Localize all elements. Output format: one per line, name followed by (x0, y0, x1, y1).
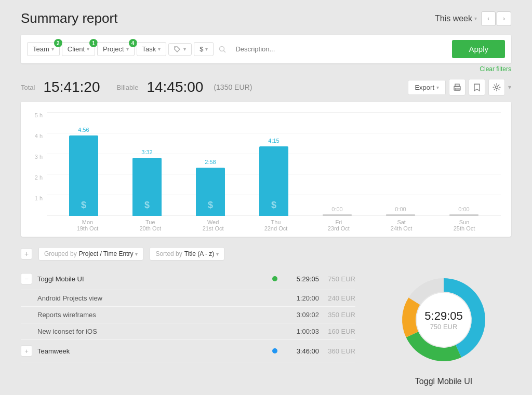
bar-group: 3:32$ (132, 149, 162, 216)
bar-inner-label: $ (81, 200, 86, 211)
table-controls: + Grouped by Project / Time Entry ▾ Sort… (21, 247, 355, 261)
task-filter[interactable]: Task ▾ (137, 42, 167, 56)
bar-label-top: 2:58 (205, 159, 216, 165)
currency-filter[interactable]: $ ▾ (194, 42, 214, 56)
svg-point-0 (175, 47, 176, 48)
chevron-down-icon: ▾ (474, 16, 477, 21)
billable-eur: (1350 EUR) (214, 83, 252, 91)
page-title: Summary report (21, 10, 117, 26)
bar-label-top: 3:32 (141, 149, 152, 155)
nav-arrows: ‹ › (481, 11, 511, 26)
bookmark-button[interactable] (469, 79, 485, 96)
chart-bars-area: 4:56$3:32$2:58$4:15$0:000:000:00 (47, 112, 501, 216)
client-badge: 1 (89, 39, 98, 47)
bar-zero (449, 214, 478, 216)
entry-row: New iconset for iOS1:00:03160 EUR (21, 323, 355, 340)
expand-button[interactable]: + (21, 345, 32, 357)
entry-time: 1:20:00 (283, 294, 319, 302)
page-header: Summary report This week ▾ ‹ › (21, 10, 511, 26)
project-row: −Toggl Mobile UI5:29:05750 EUR (21, 268, 355, 290)
x-label: Wed21st Oct (198, 219, 228, 231)
project-eur: 360 EUR (319, 347, 355, 355)
project-badge: 4 (129, 39, 137, 47)
y-label-4: 4 h (31, 133, 43, 139)
header-right: This week ▾ ‹ › (435, 11, 511, 26)
bar-group: 4:56$ (69, 127, 98, 216)
bar[interactable]: $ (196, 168, 225, 216)
apply-button[interactable]: Apply (452, 40, 505, 58)
bar-zero (323, 214, 352, 216)
project-time: 5:29:05 (283, 275, 319, 283)
search-icon-wrap (216, 46, 229, 53)
bar[interactable]: $ (69, 135, 98, 216)
x-label: Tue20th Oct (136, 219, 165, 231)
gear-icon (493, 83, 501, 91)
tags-filter[interactable]: ▾ (168, 43, 192, 56)
project-eur: 750 EUR (319, 275, 355, 283)
donut-center-eur: 750 EUR (424, 323, 462, 331)
bars-inner: 4:56$3:32$2:58$4:15$0:000:000:00 (47, 112, 501, 216)
expand-button[interactable]: − (21, 273, 32, 284)
bar-group: 0:00 (386, 206, 415, 216)
client-filter[interactable]: Client ▾ 1 (62, 42, 95, 56)
summary-row: Total 15:41:20 Billable 14:45:00 (1350 E… (21, 79, 511, 96)
svg-line-2 (224, 50, 226, 52)
project-row: +Teamweek3:46:00360 EUR (21, 340, 355, 362)
chevron-down-icon: ▾ (126, 46, 129, 52)
y-label-1: 1 h (31, 195, 43, 201)
donut-section: 5:29:05 750 EUR Toggl Mobile UI (376, 247, 511, 386)
bar[interactable]: $ (132, 158, 162, 216)
bar-zero-label: 0:00 (331, 206, 342, 212)
project-name: Teamweek (37, 347, 272, 355)
table-section: + Grouped by Project / Time Entry ▾ Sort… (21, 247, 355, 362)
period-selector[interactable]: This week ▾ (435, 14, 477, 23)
y-label-2: 2 h (31, 174, 43, 181)
entry-eur: 160 EUR (319, 328, 355, 335)
chart-x-labels: Mon19th OctTue20th OctWed21st OctThu22nd… (51, 216, 501, 231)
x-label: Sun25th Oct (449, 219, 478, 231)
svg-point-1 (220, 46, 224, 51)
bar-label-top: 4:56 (78, 127, 89, 133)
description-input[interactable] (231, 43, 450, 56)
entry-time: 1:00:03 (283, 328, 319, 335)
project-filter[interactable]: Project ▾ 4 (97, 42, 134, 56)
export-button[interactable]: Export ▾ (408, 80, 446, 95)
group-by-button[interactable]: Grouped by Project / Time Entry ▾ (38, 247, 143, 261)
bookmark-icon (473, 83, 481, 91)
donut-title: Toggl Mobile UI (415, 377, 472, 386)
clear-filters[interactable]: Clear filters (21, 65, 511, 73)
entry-time: 3:09:02 (283, 311, 319, 319)
entry-name: Android Projects view (37, 294, 283, 302)
donut-center-time: 5:29:05 (424, 309, 462, 323)
bar[interactable]: $ (259, 146, 288, 216)
team-badge: 2 (54, 39, 62, 47)
sort-by-button[interactable]: Sorted by Title (A - z) ▾ (150, 247, 224, 261)
x-label: Mon19th Oct (73, 219, 102, 231)
chart-y-labels: 1 h 2 h 3 h 4 h 5 h (31, 112, 47, 216)
chevron-down-icon: ▾ (183, 46, 186, 52)
billable-time: 14:45:00 (147, 79, 203, 96)
chevron-down-icon: ▾ (508, 84, 511, 91)
donut-chart: 5:29:05 750 EUR (392, 268, 496, 372)
entry-eur: 350 EUR (319, 311, 355, 319)
entry-eur: 240 EUR (319, 294, 355, 302)
project-time: 3:46:00 (283, 347, 319, 355)
x-label: Fri23rd Oct (324, 219, 353, 231)
project-dot (272, 276, 277, 281)
tags-icon (174, 46, 181, 52)
chevron-down-icon: ▾ (436, 85, 439, 90)
chevron-down-icon: ▾ (205, 46, 208, 52)
bar-zero-label: 0:00 (458, 206, 469, 212)
x-label: Thu22nd Oct (261, 219, 290, 231)
settings-button[interactable] (488, 79, 505, 96)
prev-period-button[interactable]: ‹ (481, 11, 496, 26)
chevron-down-icon: ▾ (216, 251, 219, 257)
bar-group: 0:00 (323, 206, 352, 216)
svg-point-6 (496, 86, 498, 89)
add-group-button[interactable]: + (21, 248, 32, 260)
next-period-button[interactable]: › (497, 11, 511, 26)
table-rows: −Toggl Mobile UI5:29:05750 EURAndroid Pr… (21, 268, 355, 362)
print-button[interactable] (449, 79, 466, 96)
team-filter[interactable]: Team ▾ 2 (27, 42, 60, 56)
bar-zero (386, 214, 415, 216)
